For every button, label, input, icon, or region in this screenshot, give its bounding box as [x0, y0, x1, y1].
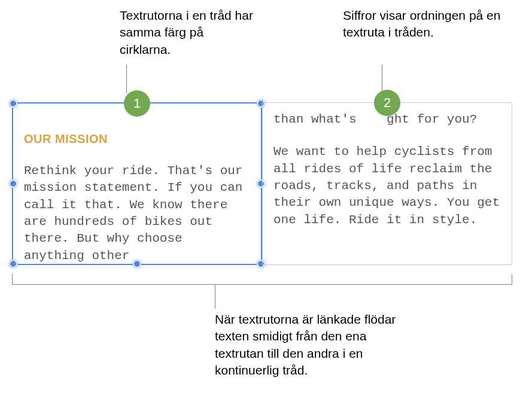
- callout-leader-line: [126, 65, 127, 93]
- callout-leader-line: [215, 285, 215, 309]
- textbox-2[interactable]: than what's ght for you? We want to help…: [262, 102, 512, 265]
- selection-handle-icon[interactable]: [133, 260, 141, 268]
- textbox-1[interactable]: OUR MISSION Rethink your ride. That's ou…: [12, 102, 262, 265]
- callout-linked-flow: När textrutorna är länkade flödar texten…: [215, 311, 406, 379]
- thread-order-badge-1[interactable]: 1: [124, 90, 150, 117]
- selection-handle-icon[interactable]: [9, 260, 17, 268]
- callout-leader-line: [382, 65, 382, 93]
- linked-textboxes-row: OUR MISSION Rethink your ride. That's ou…: [12, 102, 512, 265]
- textbox-1-body: Rethink your ride. That's our mission st…: [24, 163, 250, 264]
- callout-circle-color: Textrutorna i en tråd har samma färg på …: [120, 7, 257, 58]
- bracket-line: [12, 274, 512, 285]
- callout-number-order: Siffror visar ordningen på en textruta i…: [343, 7, 510, 41]
- selection-handle-icon[interactable]: [9, 179, 17, 188]
- badge-number: 2: [384, 95, 391, 111]
- selection-handle-icon[interactable]: [9, 99, 17, 108]
- textbox-1-heading: OUR MISSION: [24, 132, 250, 146]
- textbox-2-body-b: We want to help cyclists from all rides …: [273, 144, 501, 229]
- thread-order-badge-2[interactable]: 2: [374, 90, 400, 116]
- badge-number: 1: [133, 96, 141, 111]
